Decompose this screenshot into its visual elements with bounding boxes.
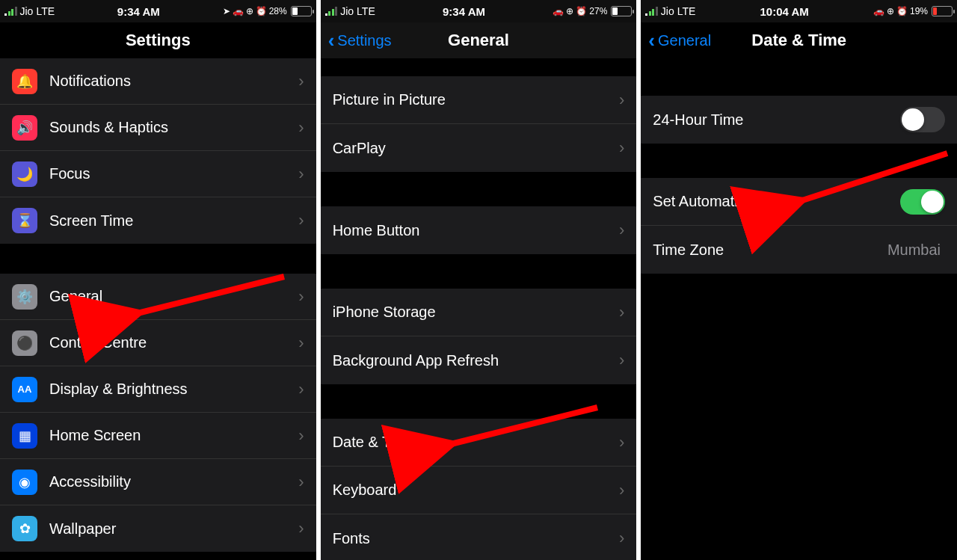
network-label: LTE bbox=[677, 5, 696, 17]
cell-screen-time[interactable]: ⌛ Screen Time › bbox=[0, 197, 316, 244]
chevron-right-icon: › bbox=[619, 303, 624, 322]
cell-wallpaper[interactable]: ✿ Wallpaper › bbox=[0, 505, 316, 552]
chevron-right-icon: › bbox=[298, 287, 304, 307]
grid-icon: ▦ bbox=[12, 423, 37, 449]
cell-set-automatically[interactable]: Set Automatically bbox=[641, 178, 957, 226]
cell-keyboard[interactable]: Keyboard › bbox=[321, 467, 637, 514]
battery-icon bbox=[611, 6, 632, 16]
chevron-right-icon: › bbox=[619, 138, 624, 158]
status-time: 9:34 AM bbox=[375, 5, 553, 18]
hourglass-icon: ⌛ bbox=[12, 208, 37, 233]
car-icon: 🚗 bbox=[553, 6, 564, 16]
cell-sounds-haptics[interactable]: 🔊 Sounds & Haptics › bbox=[0, 105, 316, 151]
cell-date-time[interactable]: Date & Time › bbox=[321, 419, 637, 467]
battery-pct: 28% bbox=[269, 6, 287, 16]
network-label: LTE bbox=[36, 5, 55, 17]
cell-picture-in-picture[interactable]: Picture in Picture › bbox=[321, 76, 637, 124]
carrier-label: Jio bbox=[661, 5, 674, 17]
flower-icon: ✿ bbox=[12, 516, 37, 541]
carrier-label: Jio bbox=[20, 5, 34, 17]
chevron-right-icon: › bbox=[619, 221, 624, 240]
settings-group-b: ⚙️ General › ⚫ Control Centre › AA Displ… bbox=[0, 274, 316, 552]
moon-icon: 🌙 bbox=[12, 161, 37, 187]
chevron-right-icon: › bbox=[298, 519, 304, 538]
alarm-icon: ⏰ bbox=[896, 6, 908, 16]
back-button[interactable]: ‹ Settings bbox=[328, 32, 392, 49]
cell-accessibility[interactable]: ◉ Accessibility › bbox=[0, 459, 316, 505]
battery-pct: 27% bbox=[589, 6, 607, 16]
chevron-right-icon: › bbox=[298, 380, 304, 399]
page-title: Settings bbox=[0, 31, 316, 50]
time-zone-value: Mumbai bbox=[887, 241, 941, 259]
cell-home-button[interactable]: Home Button › bbox=[321, 206, 637, 254]
bell-icon: 🔔 bbox=[12, 69, 37, 94]
chevron-right-icon: › bbox=[298, 426, 304, 446]
carrier-label: Jio bbox=[340, 5, 354, 17]
car-icon: 🚗 bbox=[233, 6, 244, 16]
signal-icon bbox=[645, 7, 658, 16]
status-bar: Jio LTE 9:34 AM ➤ 🚗 ⊕ ⏰ 28% bbox=[0, 0, 316, 22]
status-time: 10:04 AM bbox=[695, 5, 873, 18]
chevron-right-icon: › bbox=[619, 433, 624, 452]
accessibility-icon: ◉ bbox=[12, 470, 37, 495]
back-label: Settings bbox=[337, 32, 391, 49]
network-label: LTE bbox=[357, 5, 375, 17]
chevron-right-icon: › bbox=[298, 473, 304, 492]
settings-group-a: 🔔 Notifications › 🔊 Sounds & Haptics › 🌙… bbox=[0, 58, 316, 244]
orientation-lock-icon: ⊕ bbox=[566, 6, 573, 16]
cell-background-app-refresh[interactable]: Background App Refresh › bbox=[321, 336, 637, 384]
back-label: General bbox=[658, 32, 711, 49]
cell-24-hour-time[interactable]: 24-Hour Time bbox=[641, 96, 957, 144]
chevron-right-icon: › bbox=[298, 72, 304, 91]
back-button[interactable]: ‹ General bbox=[648, 32, 711, 49]
chevron-right-icon: › bbox=[619, 529, 624, 548]
alarm-icon: ⏰ bbox=[576, 6, 587, 16]
location-icon: ➤ bbox=[223, 6, 230, 16]
status-time: 9:34 AM bbox=[55, 5, 223, 18]
speaker-icon: 🔊 bbox=[12, 115, 37, 141]
screen-date-time: Jio LTE 10:04 AM 🚗 ⊕ ⏰ 19% ‹ General Dat… bbox=[641, 0, 957, 560]
toggle-set-automatically[interactable] bbox=[900, 189, 945, 215]
cell-control-centre[interactable]: ⚫ Control Centre › bbox=[0, 320, 316, 366]
cell-iphone-storage[interactable]: iPhone Storage › bbox=[321, 289, 637, 336]
nav-bar: ‹ General Date & Time bbox=[641, 22, 957, 58]
screen-general: Jio LTE 9:34 AM 🚗 ⊕ ⏰ 27% ‹ Settings Gen… bbox=[321, 0, 637, 560]
cell-fonts[interactable]: Fonts › bbox=[321, 514, 637, 560]
chevron-right-icon: › bbox=[619, 351, 624, 370]
signal-icon bbox=[4, 7, 17, 16]
nav-bar: Settings bbox=[0, 22, 316, 58]
battery-icon bbox=[932, 6, 953, 16]
toggle-24-hour[interactable] bbox=[900, 107, 945, 132]
orientation-lock-icon: ⊕ bbox=[887, 6, 894, 16]
cell-notifications[interactable]: 🔔 Notifications › bbox=[0, 58, 316, 105]
chevron-right-icon: › bbox=[619, 481, 624, 500]
cell-home-screen[interactable]: ▦ Home Screen › bbox=[0, 413, 316, 459]
alarm-icon: ⏰ bbox=[256, 6, 267, 16]
toggles-icon: ⚫ bbox=[12, 330, 37, 356]
text-size-icon: AA bbox=[12, 377, 37, 402]
chevron-right-icon: › bbox=[298, 333, 304, 353]
cell-general[interactable]: ⚙️ General › bbox=[0, 274, 316, 320]
screen-settings: Jio LTE 9:34 AM ➤ 🚗 ⊕ ⏰ 28% Settings 🔔 N… bbox=[0, 0, 316, 560]
chevron-right-icon: › bbox=[298, 211, 304, 230]
status-bar: Jio LTE 10:04 AM 🚗 ⊕ ⏰ 19% bbox=[641, 0, 957, 22]
signal-icon bbox=[325, 7, 338, 16]
nav-bar: ‹ Settings General bbox=[321, 22, 637, 58]
chevron-right-icon: › bbox=[298, 118, 304, 138]
car-icon: 🚗 bbox=[873, 6, 884, 16]
orientation-lock-icon: ⊕ bbox=[246, 6, 253, 16]
cell-focus[interactable]: 🌙 Focus › bbox=[0, 151, 316, 197]
battery-icon bbox=[291, 6, 312, 16]
chevron-right-icon: › bbox=[619, 90, 624, 110]
status-bar: Jio LTE 9:34 AM 🚗 ⊕ ⏰ 27% bbox=[321, 0, 637, 22]
cell-carplay[interactable]: CarPlay › bbox=[321, 124, 637, 172]
gear-icon: ⚙️ bbox=[12, 284, 37, 310]
cell-time-zone[interactable]: Time Zone Mumbai bbox=[641, 226, 957, 274]
chevron-right-icon: › bbox=[298, 164, 304, 184]
battery-pct: 19% bbox=[910, 6, 928, 16]
cell-display-brightness[interactable]: AA Display & Brightness › bbox=[0, 366, 316, 413]
